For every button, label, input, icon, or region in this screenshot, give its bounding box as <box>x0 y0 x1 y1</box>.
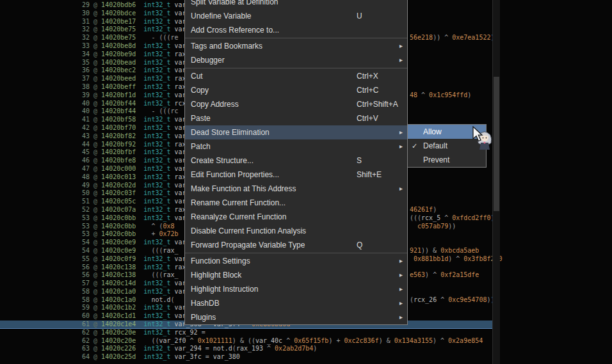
menu-item-label: Add Cross Reference to... <box>191 26 279 35</box>
menu-item-label: Edit Function Properties... <box>191 170 279 179</box>
menu-item-copy-address[interactable]: Copy AddressCtrl+Shift+A <box>185 97 407 111</box>
menu-item-undefine-variable[interactable]: Undefine VariableU <box>185 9 407 23</box>
line-number: 48 <box>82 173 90 180</box>
menu-item-label: Rename Current Function... <box>191 198 286 207</box>
address: 14020c226 <box>101 345 143 352</box>
menu-item-add-cross-reference-to[interactable]: Add Cross Reference to... <box>185 23 407 37</box>
menu-item-label: Tags and Bookmarks <box>191 42 262 51</box>
menu-item-shortcut: Q <box>357 238 362 252</box>
mouse-cursor <box>470 126 494 153</box>
submenu-arrow-icon: ▸ <box>399 282 403 296</box>
line-number: 33 <box>82 42 90 49</box>
code-line[interactable]: 64 @ 14020c25d int32_t var_3fc = var_380 <box>0 353 492 361</box>
code-line[interactable]: 63 @ 14020c226 int32_t var_294 = not.d(r… <box>0 345 492 353</box>
line-number: 41 <box>82 116 90 123</box>
menu-item-tags-and-bookmarks[interactable]: Tags and Bookmarks▸ <box>185 39 407 53</box>
address: 14020bf58 <box>101 116 143 123</box>
submenu-item-prevent[interactable]: Prevent <box>408 153 486 167</box>
address: 14020bf44 <box>101 107 143 115</box>
line-number: 57 <box>82 280 90 287</box>
address: 14020be8d <box>101 42 143 49</box>
line-number: 62 <box>82 337 90 344</box>
menu-item-plugins[interactable]: Plugins▸ <box>185 310 407 324</box>
address: 14020c0bb <box>101 230 143 237</box>
menu-item-label: Split Variable at Definition <box>191 0 278 6</box>
code-line-fragment: e563) ^ 0xf2a15dfe <box>410 271 479 280</box>
menu-item-forward-propagate-variable-type[interactable]: Forward Propagate Variable TypeQ <box>185 238 407 252</box>
submenu-arrow-icon: ▸ <box>399 296 403 310</box>
menu-item-shortcut: Ctrl+V <box>357 111 378 125</box>
menu-item-reanalyze-current-function[interactable]: Reanalyze Current Function <box>185 210 407 224</box>
vertical-scrollbar[interactable] <box>492 0 500 364</box>
menu-item-make-function-at-this-address[interactable]: Make Function at This Address▸ <box>185 182 407 196</box>
code-line-fragment: 48 ^ 0x1c954ffd) <box>410 91 471 100</box>
scrollbar-thumb[interactable] <box>494 77 499 211</box>
menu-item-rename-current-function[interactable]: Rename Current Function... <box>185 196 407 210</box>
line-number: 40 <box>82 100 90 107</box>
line-number: 49 <box>82 182 90 189</box>
line-number: 45 <box>82 148 90 155</box>
menu-item-shortcut: Ctrl+X <box>357 69 378 83</box>
line-number: 30 <box>82 10 90 17</box>
menu-item-debugger[interactable]: Debugger▸ <box>185 53 407 67</box>
menu-item-function-settings[interactable]: Function Settings▸ <box>185 254 407 268</box>
address: 14020c0bb <box>101 223 143 230</box>
address: 14020bf44 <box>101 100 143 107</box>
line-number: 40 <box>82 107 90 115</box>
menu-item-highlight-instruction[interactable]: Highlight Instruction▸ <box>185 282 407 296</box>
code-line-fragment: 0x881bb1d) ^ 0x3fb8f250 <box>410 255 503 264</box>
code-line[interactable]: 62 @ 14020c20e int32_t rcx_92 = <box>0 329 492 337</box>
address: 14020bdce <box>101 10 143 17</box>
menu-item-patch[interactable]: Patch▸ <box>185 139 407 154</box>
line-number: 37 <box>82 75 90 82</box>
line-number: 44 <box>82 141 90 148</box>
address: 14020bfe8 <box>101 157 143 164</box>
menu-item-disable-current-function-analysis[interactable]: Disable Current Function Analysis <box>185 224 407 238</box>
menu-item-label: Function Settings <box>191 257 250 265</box>
menu-item-split-variable-at-definition[interactable]: Split Variable at Definition <box>185 0 407 9</box>
line-number: 29 <box>82 1 90 8</box>
menu-item-label: Make Function at This Address <box>191 184 296 193</box>
menu-item-label: Forward Propagate Variable Type <box>191 241 305 249</box>
line-number: 42 <box>82 124 90 131</box>
menu-item-shortcut: S <box>357 154 362 168</box>
menu-item-hashdb[interactable]: HashDB▸ <box>185 296 407 310</box>
menu-item-label: Plugins <box>191 313 216 322</box>
address: 14020c14d <box>101 280 143 287</box>
address: 14020c25d <box>101 353 143 360</box>
submenu-arrow-icon: ▸ <box>399 53 403 67</box>
menu-item-label: Dead Store Elimination <box>191 128 270 137</box>
submenu-item-label: Default <box>423 141 447 150</box>
menu-item-edit-function-properties[interactable]: Edit Function Properties...Shift+E <box>185 168 407 182</box>
menu-item-copy[interactable]: CopyCtrl+C <box>185 83 407 97</box>
address: 14020c0bb <box>101 214 143 221</box>
address: 14020c1a0 <box>101 288 143 295</box>
address: 14020bfbf <box>101 148 143 155</box>
address: 14020bf92 <box>101 141 143 148</box>
address: 14020c1b2 <box>101 304 143 311</box>
line-number: 56 <box>82 271 90 278</box>
submenu-arrow-icon: ▸ <box>399 310 403 324</box>
line-number: 31 <box>82 18 90 25</box>
address: 14020c138 <box>101 271 143 278</box>
line-number: 63 <box>82 345 90 352</box>
address: 14020be17 <box>101 18 143 25</box>
menu-item-label: Highlight Instruction <box>191 285 258 294</box>
menu-item-label: Copy Address <box>191 100 239 109</box>
line-number: 43 <box>82 132 90 139</box>
address: 14020c1a0 <box>101 296 143 303</box>
menu-item-highlight-block[interactable]: Highlight Block▸ <box>185 268 407 282</box>
address: 14020bdb6 <box>101 1 143 8</box>
disassembler-window: 29 @ 14020bdb6 int32_t var30 @ 14020bdce… <box>0 0 612 364</box>
menu-item-dead-store-elimination[interactable]: Dead Store Elimination▸ <box>185 125 407 139</box>
address: 14020bf1d <box>101 91 143 99</box>
submenu-arrow-icon: ▸ <box>399 182 403 196</box>
address: 14020c000 <box>101 165 143 172</box>
menu-item-cut[interactable]: CutCtrl+X <box>185 69 407 83</box>
code-line[interactable]: 62 @ 14020c20e ((var_2f0 ^ 0x1021111) & … <box>0 337 492 345</box>
menu-item-create-structure[interactable]: Create Structure...S <box>185 154 407 168</box>
line-number: 53 <box>82 223 90 230</box>
menu-item-label: Copy <box>191 86 209 95</box>
menu-item-paste[interactable]: PasteCtrl+V <box>185 111 407 125</box>
menu-item-label: Debugger <box>191 56 225 65</box>
